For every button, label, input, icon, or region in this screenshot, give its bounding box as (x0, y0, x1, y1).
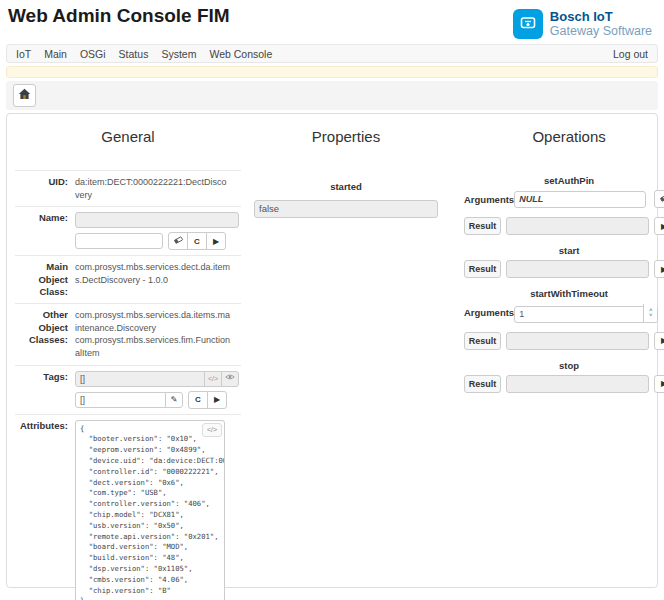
start-result-row: Result ▶ (464, 260, 664, 278)
nav-item-iot[interactable]: IoT (16, 48, 31, 60)
uid-value: da:item:DECT:0000222221:DectDiscovery (75, 176, 241, 201)
start-result-input (506, 260, 649, 278)
attributes-textarea[interactable]: { "booter.version": "0x10", "eeprom.vers… (75, 420, 225, 600)
page-header: Web Admin Console FIM Bosch IoT Gateway … (6, 4, 658, 42)
general-section: General UID: da:item:DECT:0000222221:Dec… (15, 122, 241, 600)
name-clear-button[interactable] (168, 232, 188, 250)
setauthpin-result-button[interactable]: Result (464, 217, 501, 235)
stop-result-button[interactable]: Result (464, 375, 501, 393)
operation-name-stop: stop (464, 360, 664, 371)
arguments-label: Arguments (464, 307, 514, 318)
name-row: Name: C ▶ (15, 206, 241, 255)
operation-name-setauthpin: setAuthPin (464, 175, 664, 186)
setauthpin-arguments-row: Arguments (464, 190, 664, 208)
operations-section: Operations setAuthPin Arguments Result ▶… (451, 122, 664, 600)
other-object-classes-label: Other Object Classes: (15, 309, 75, 359)
operations-title: Operations (464, 128, 664, 145)
spinner-down-icon[interactable]: ˅ (649, 313, 653, 318)
startwithtimeout-arguments-row: Arguments ˄ ˅ (464, 303, 664, 323)
startwithtimeout-arguments-input[interactable] (514, 306, 658, 323)
name-refresh-button[interactable]: C (187, 232, 207, 250)
eraser-icon (173, 235, 184, 247)
pencil-icon: ✎ (171, 394, 178, 405)
attributes-row: Attributes: { "booter.version": "0x10", … (15, 414, 241, 600)
refresh-icon: C (195, 395, 201, 404)
play-icon: ▶ (214, 395, 220, 404)
attributes-code-button[interactable]: </> (202, 423, 222, 437)
home-icon (18, 88, 31, 103)
logo-text: Bosch IoT Gateway Software (550, 10, 652, 39)
logo-subtitle: Gateway Software (550, 24, 652, 38)
tags-view-button[interactable] (221, 371, 239, 387)
name-apply-button[interactable]: ▶ (206, 232, 226, 250)
setauthpin-arguments-input[interactable] (514, 191, 646, 208)
breadcrumb-toolbar (6, 81, 658, 110)
setauthpin-result-row: Result ▶ (464, 217, 664, 235)
start-result-button[interactable]: Result (464, 260, 501, 278)
tags-row: Tags: </> ✎ (15, 365, 241, 414)
tags-label: Tags: (15, 371, 75, 409)
other-object-classes-row: Other Object Classes: com.prosyst.mbs.se… (15, 303, 241, 364)
code-icon: </> (207, 425, 217, 435)
nav-item-osgi[interactable]: OSGi (80, 48, 106, 60)
main-object-class-value: com.prosyst.mbs.services.dect.da.items.D… (75, 261, 241, 298)
name-label: Name: (15, 212, 75, 250)
arguments-label: Arguments (464, 194, 514, 205)
page-title: Web Admin Console FIM (8, 6, 248, 27)
notification-strip (6, 66, 658, 78)
main-navbar: IoT Main OSGi Status System Web Console … (6, 44, 658, 63)
name-current-input (75, 212, 239, 228)
bosch-logo: Bosch IoT Gateway Software (513, 9, 652, 39)
tags-edit-button[interactable]: ✎ (165, 392, 183, 408)
uid-label: UID: (15, 176, 75, 201)
operation-name-start: start (464, 245, 664, 256)
other-object-class-value: com.prosyst.mbs.services.da.items.mainte… (75, 309, 231, 334)
startwithtimeout-execute-button[interactable]: ▶ (654, 332, 664, 350)
home-button[interactable] (13, 84, 36, 107)
main-object-class-label: Main Object Class: (15, 261, 75, 298)
logout-link[interactable]: Log out (613, 48, 648, 60)
property-started-value-input (254, 200, 438, 218)
tags-refresh-button[interactable]: C (188, 391, 208, 409)
attributes-label: Attributes: (15, 420, 75, 600)
properties-title: Properties (254, 128, 438, 145)
code-icon: </> (208, 374, 218, 384)
setauthpin-execute-button[interactable]: ▶ (654, 217, 664, 235)
eye-icon (225, 373, 235, 384)
logo-brand: Bosch IoT (550, 10, 652, 25)
tags-code-button[interactable]: </> (204, 371, 222, 387)
startwithtimeout-result-input (506, 332, 649, 350)
start-execute-button[interactable]: ▶ (654, 260, 664, 278)
main-object-class-row: Main Object Class: com.prosyst.mbs.servi… (15, 255, 241, 303)
nav-item-status[interactable]: Status (119, 48, 149, 60)
tags-apply-button[interactable]: ▶ (207, 391, 227, 409)
item-detail-panel: General UID: da:item:DECT:0000222221:Dec… (6, 113, 658, 588)
tags-current-input (75, 371, 205, 387)
name-edit-input[interactable] (75, 233, 163, 249)
stop-result-input (506, 375, 649, 393)
nav-item-main[interactable]: Main (44, 48, 67, 60)
refresh-icon: C (194, 237, 200, 246)
number-spinner[interactable]: ˄ ˅ (643, 304, 657, 322)
startwithtimeout-result-row: Result ▶ (464, 332, 664, 350)
eraser-icon (659, 193, 664, 205)
nav-item-web-console[interactable]: Web Console (209, 48, 272, 60)
setauthpin-clear-button[interactable] (654, 190, 664, 208)
tags-edit-input[interactable] (75, 392, 166, 408)
setauthpin-result-input (506, 217, 649, 235)
general-title: General (15, 128, 241, 145)
stop-execute-button[interactable]: ▶ (654, 375, 664, 393)
operation-name-startwithtimeout: startWithTimeout (464, 288, 664, 299)
other-object-class-value: com.prosyst.mbs.services.fim.FunctionalI… (75, 334, 231, 359)
play-icon: ▶ (213, 237, 219, 246)
properties-section: Properties started (241, 122, 451, 600)
stop-result-row: Result ▶ (464, 375, 664, 393)
startwithtimeout-result-button[interactable]: Result (464, 332, 501, 350)
nav-item-system[interactable]: System (161, 48, 196, 60)
uid-row: UID: da:item:DECT:0000222221:DectDiscove… (15, 170, 241, 206)
gateway-icon (513, 9, 543, 39)
attributes-json: { "booter.version": "0x10", "eeprom.vers… (76, 421, 224, 600)
property-name-started: started (254, 181, 438, 192)
